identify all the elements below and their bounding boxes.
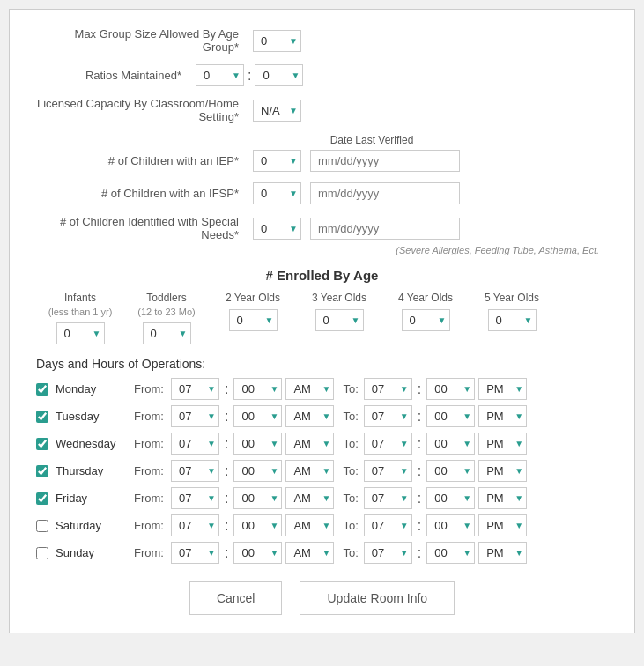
from-min-tuesday[interactable]: 00153045 xyxy=(233,405,282,427)
to-hour-thursday[interactable]: 070809101112 xyxy=(364,460,412,482)
from-hour-saturday[interactable]: 070809101112 xyxy=(171,514,219,536)
5yr-select-wrap[interactable]: 01 ▼ xyxy=(488,309,537,331)
infants-select-wrap[interactable]: 01 ▼ xyxy=(56,322,105,344)
to-hour-wrap-sunday[interactable]: 070809101112 ▼ xyxy=(364,542,412,564)
from-ampm-wrap-monday[interactable]: AMPM ▼ xyxy=(285,378,334,400)
from-min-wrap-friday[interactable]: 00153045 ▼ xyxy=(233,487,282,509)
from-min-friday[interactable]: 00153045 xyxy=(233,487,282,509)
ratios-select2[interactable]: 012 xyxy=(255,64,303,86)
from-ampm-saturday[interactable]: AMPM xyxy=(285,514,334,536)
ratios-select2-wrap[interactable]: 012 ▼ xyxy=(255,64,303,86)
max-group-select-wrap[interactable]: 01234 ▼ xyxy=(253,30,301,52)
ifsp-select-wrap[interactable]: 012 ▼ xyxy=(253,182,301,204)
to-min-sunday[interactable]: 00153045 xyxy=(426,542,475,564)
to-ampm-wrap-monday[interactable]: PMAM ▼ xyxy=(478,378,527,400)
to-ampm-tuesday[interactable]: PMAM xyxy=(478,405,527,427)
to-min-wrap-saturday[interactable]: 00153045 ▼ xyxy=(426,514,475,536)
from-hour-wednesday[interactable]: 070809101112 xyxy=(171,433,219,455)
from-hour-wrap-monday[interactable]: 070809101112 ▼ xyxy=(171,378,219,400)
to-hour-tuesday[interactable]: 070809101112 xyxy=(364,405,412,427)
to-hour-saturday[interactable]: 070809101112 xyxy=(364,514,412,536)
to-ampm-friday[interactable]: PMAM xyxy=(478,487,527,509)
to-hour-monday[interactable]: 070809101112 xyxy=(364,378,412,400)
to-hour-wrap-monday[interactable]: 070809101112 ▼ xyxy=(364,378,412,400)
to-ampm-monday[interactable]: PMAM xyxy=(478,378,527,400)
to-ampm-wrap-thursday[interactable]: PMAM ▼ xyxy=(478,460,527,482)
cancel-button[interactable]: Cancel xyxy=(189,581,283,615)
from-hour-sunday[interactable]: 070809101112 xyxy=(171,542,219,564)
5yr-select[interactable]: 01 xyxy=(488,309,537,331)
ratios-select1-wrap[interactable]: 012 ▼ xyxy=(196,64,244,86)
from-ampm-wrap-tuesday[interactable]: AMPM ▼ xyxy=(285,405,334,427)
to-hour-friday[interactable]: 070809101112 xyxy=(364,487,412,509)
to-ampm-saturday[interactable]: PMAM xyxy=(478,514,527,536)
2yr-select[interactable]: 01 xyxy=(229,309,278,331)
to-min-wrap-sunday[interactable]: 00153045 ▼ xyxy=(426,542,475,564)
from-hour-friday[interactable]: 070809101112 xyxy=(171,487,219,509)
to-ampm-wrap-sunday[interactable]: PMAM ▼ xyxy=(478,542,527,564)
from-ampm-wednesday[interactable]: AMPM xyxy=(285,433,334,455)
update-button[interactable]: Update Room Info xyxy=(300,581,455,615)
from-min-wrap-sunday[interactable]: 00153045 ▼ xyxy=(233,542,282,564)
from-hour-wrap-sunday[interactable]: 070809101112 ▼ xyxy=(171,542,219,564)
to-hour-sunday[interactable]: 070809101112 xyxy=(364,542,412,564)
special-select-wrap[interactable]: 012 ▼ xyxy=(253,218,301,240)
from-min-wednesday[interactable]: 00153045 xyxy=(233,433,282,455)
from-min-monday[interactable]: 00153045 xyxy=(233,378,282,400)
to-hour-wrap-saturday[interactable]: 070809101112 ▼ xyxy=(364,514,412,536)
day-checkbox-wednesday[interactable] xyxy=(36,438,48,450)
day-checkbox-tuesday[interactable] xyxy=(36,411,48,423)
licensed-select-wrap[interactable]: N/AYesNo ▼ xyxy=(253,100,301,122)
day-checkbox-saturday[interactable] xyxy=(36,520,48,532)
to-min-friday[interactable]: 00153045 xyxy=(426,487,475,509)
to-min-tuesday[interactable]: 00153045 xyxy=(426,405,475,427)
from-hour-thursday[interactable]: 070809101112 xyxy=(171,460,219,482)
to-hour-wrap-thursday[interactable]: 070809101112 ▼ xyxy=(364,460,412,482)
4yr-select[interactable]: 01 xyxy=(402,309,450,331)
toddlers-select-wrap[interactable]: 01 ▼ xyxy=(143,322,191,344)
from-ampm-wrap-friday[interactable]: AMPM ▼ xyxy=(285,487,334,509)
day-checkbox-thursday[interactable] xyxy=(36,465,48,477)
to-min-wrap-tuesday[interactable]: 00153045 ▼ xyxy=(426,405,475,427)
to-hour-wrap-friday[interactable]: 070809101112 ▼ xyxy=(364,487,412,509)
from-min-wrap-monday[interactable]: 00153045 ▼ xyxy=(233,378,282,400)
to-min-wrap-thursday[interactable]: 00153045 ▼ xyxy=(426,460,475,482)
3yr-select-wrap[interactable]: 01 ▼ xyxy=(315,309,364,331)
from-hour-wrap-friday[interactable]: 070809101112 ▼ xyxy=(171,487,219,509)
to-ampm-wrap-saturday[interactable]: PMAM ▼ xyxy=(478,514,527,536)
3yr-select[interactable]: 01 xyxy=(315,309,364,331)
licensed-select[interactable]: N/AYesNo xyxy=(253,100,301,122)
to-ampm-wednesday[interactable]: PMAM xyxy=(478,433,527,455)
from-ampm-tuesday[interactable]: AMPM xyxy=(285,405,334,427)
from-min-thursday[interactable]: 00153045 xyxy=(233,460,282,482)
to-min-monday[interactable]: 00153045 xyxy=(426,378,475,400)
iep-date-input[interactable] xyxy=(310,150,460,172)
to-min-wednesday[interactable]: 00153045 xyxy=(426,433,475,455)
from-ampm-monday[interactable]: AMPM xyxy=(285,378,334,400)
ratios-select1[interactable]: 012 xyxy=(196,64,244,86)
from-hour-wrap-tuesday[interactable]: 070809101112 ▼ xyxy=(171,405,219,427)
day-checkbox-monday[interactable] xyxy=(36,383,48,396)
day-checkbox-friday[interactable] xyxy=(36,492,48,505)
from-min-saturday[interactable]: 00153045 xyxy=(233,514,282,536)
from-hour-monday[interactable]: 070809101112 xyxy=(171,378,219,400)
special-date-input[interactable] xyxy=(310,218,460,240)
from-min-wrap-saturday[interactable]: 00153045 ▼ xyxy=(233,514,282,536)
from-ampm-wrap-saturday[interactable]: AMPM ▼ xyxy=(285,514,334,536)
to-ampm-sunday[interactable]: PMAM xyxy=(478,542,527,564)
from-hour-wrap-thursday[interactable]: 070809101112 ▼ xyxy=(171,460,219,482)
from-ampm-friday[interactable]: AMPM xyxy=(285,487,334,509)
from-min-wrap-tuesday[interactable]: 00153045 ▼ xyxy=(233,405,282,427)
from-ampm-wrap-sunday[interactable]: AMPM ▼ xyxy=(285,542,334,564)
to-hour-wrap-wednesday[interactable]: 070809101112 ▼ xyxy=(364,433,412,455)
iep-select[interactable]: 012 xyxy=(253,150,301,172)
to-ampm-wrap-friday[interactable]: PMAM ▼ xyxy=(478,487,527,509)
day-checkbox-sunday[interactable] xyxy=(36,547,48,559)
from-ampm-wrap-wednesday[interactable]: AMPM ▼ xyxy=(285,433,334,455)
ifsp-date-input[interactable] xyxy=(310,182,460,204)
to-min-wrap-monday[interactable]: 00153045 ▼ xyxy=(426,378,475,400)
from-min-wrap-wednesday[interactable]: 00153045 ▼ xyxy=(233,433,282,455)
to-ampm-thursday[interactable]: PMAM xyxy=(478,460,527,482)
from-min-wrap-thursday[interactable]: 00153045 ▼ xyxy=(233,460,282,482)
to-hour-wednesday[interactable]: 070809101112 xyxy=(364,433,412,455)
